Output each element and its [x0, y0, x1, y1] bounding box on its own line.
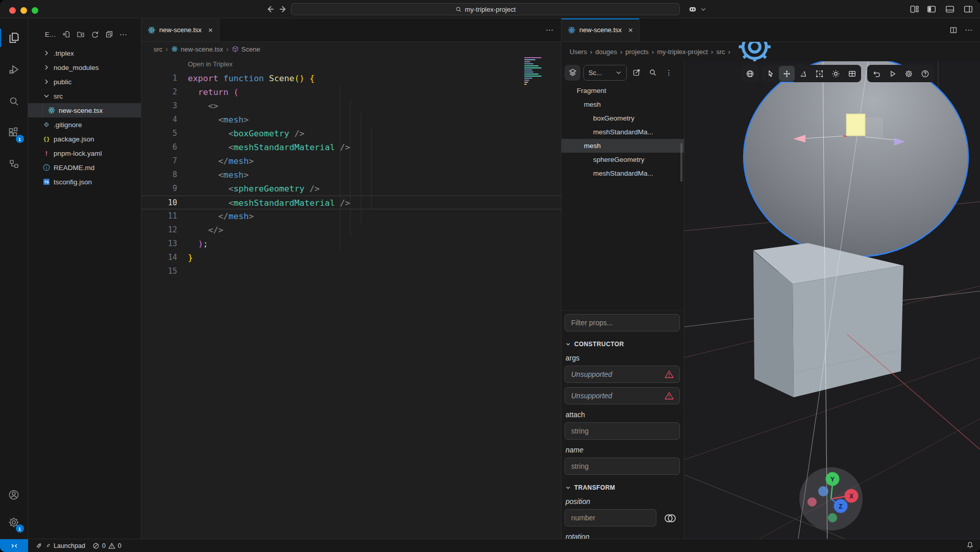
code-line-3[interactable]: 3 <>: [141, 99, 561, 113]
code-line-15[interactable]: 15: [141, 265, 561, 278]
code-line-9[interactable]: 9 <sphereGeometry />: [141, 182, 561, 196]
activity-item-run-debug[interactable]: [0, 57, 28, 82]
refresh-icon[interactable]: [91, 30, 99, 38]
file-tree-item-pnpm-lock.yaml[interactable]: !pnpm-lock.yaml: [28, 146, 141, 160]
breadcrumb-item-douges[interactable]: douges: [595, 48, 617, 56]
split-editor-icon[interactable]: [949, 26, 958, 34]
prop-input-position[interactable]: [565, 509, 656, 526]
copilot-icon[interactable]: [688, 5, 697, 14]
prop-input-args[interactable]: [565, 387, 680, 404]
filter-props-input[interactable]: [565, 314, 680, 331]
toggle-panel-icon[interactable]: [945, 5, 954, 14]
code-editor[interactable]: Open in Triplex 1export function Scene()…: [141, 56, 561, 539]
activity-item-accounts[interactable]: [0, 483, 28, 507]
file-tree-item-.triplex[interactable]: .triplex: [28, 46, 141, 60]
scene-tree-item-sphereGeometry[interactable]: sphereGeometry: [561, 153, 684, 166]
layers-button[interactable]: [565, 65, 580, 81]
code-line-5[interactable]: 5 <boxGeometry />: [141, 127, 561, 140]
activity-item-search[interactable]: [0, 89, 28, 113]
scene-select-dropdown[interactable]: Sc...: [583, 65, 627, 81]
code-line-8[interactable]: 8 <mesh>: [141, 168, 561, 182]
editor-more-actions-icon[interactable]: ⋯: [546, 26, 554, 35]
breadcrumb-item-projects[interactable]: projects: [625, 48, 649, 56]
launchpad-item[interactable]: Launchpad: [35, 542, 85, 549]
new-file-icon[interactable]: [62, 30, 70, 38]
file-tree-item-src[interactable]: src: [28, 89, 141, 103]
light-tool-button[interactable]: [828, 66, 844, 81]
chevron-down-icon[interactable]: [700, 5, 706, 14]
minimap[interactable]: [524, 57, 554, 85]
undo-button[interactable]: [868, 66, 884, 81]
file-tree-item-new-scene.tsx[interactable]: new-scene.tsx: [28, 103, 141, 117]
open-in-editor-icon[interactable]: [630, 66, 643, 79]
tab-new-scene[interactable]: new-scene.tsx ×: [141, 18, 219, 41]
collapse-all-icon[interactable]: [105, 30, 113, 38]
remote-indicator[interactable]: [0, 539, 28, 552]
triplex-tab-new-scene[interactable]: new-scene.tsx ×: [561, 18, 640, 41]
file-tree-item-.gitignore[interactable]: .gitignore: [28, 117, 141, 132]
command-center-search[interactable]: my-triplex-project: [291, 3, 680, 15]
traffic-light-minimize[interactable]: [20, 7, 27, 14]
scene-tree-item-mesh[interactable]: mesh: [561, 98, 684, 111]
activity-item-explorer[interactable]: [0, 26, 28, 50]
scene-tree-item-meshStandardMa...[interactable]: meshStandardMa...: [561, 125, 684, 139]
toggle-secondary-sidebar-icon[interactable]: [964, 5, 973, 14]
search-icon[interactable]: [646, 66, 659, 79]
code-line-10[interactable]: 10 <meshStandardMaterial />: [141, 196, 561, 209]
prop-input-attach[interactable]: [565, 422, 680, 440]
close-icon[interactable]: ×: [628, 26, 633, 34]
prop-input-name[interactable]: [565, 458, 680, 475]
kebab-menu-icon[interactable]: ⋮: [663, 66, 676, 79]
code-line-2[interactable]: 2 return (: [141, 85, 561, 99]
file-tree-item-tsconfig.json[interactable]: TStsconfig.json: [28, 175, 141, 189]
traffic-light-close[interactable]: [9, 7, 16, 14]
section-header-transform[interactable]: TRANSFORM: [566, 484, 680, 491]
transform-tool-button[interactable]: [812, 66, 827, 81]
breadcrumb-item-src[interactable]: src: [154, 45, 162, 53]
codelens-open-in-triplex[interactable]: Open in Triplex: [188, 56, 561, 71]
code-line-4[interactable]: 4 <mesh>: [141, 113, 561, 127]
prop-toggle[interactable]: [663, 513, 678, 522]
activity-item-settings[interactable]: 1: [0, 510, 28, 535]
new-folder-icon[interactable]: [77, 30, 85, 38]
scene-tree-item-Fragment[interactable]: Fragment: [561, 84, 684, 98]
rotate-tool-button[interactable]: [795, 66, 811, 81]
toggle-primary-sidebar-icon[interactable]: [927, 5, 936, 14]
prop-input-args[interactable]: [565, 366, 680, 383]
camera-panels-button[interactable]: [844, 66, 860, 81]
scene-tree-item-meshStandardMa...[interactable]: meshStandardMa...: [561, 166, 684, 180]
activity-item-hierarchy[interactable]: [0, 152, 28, 177]
code-line-12[interactable]: 12 </>: [141, 223, 561, 237]
triplex-more-actions-icon[interactable]: ⋯: [965, 26, 973, 35]
code-line-14[interactable]: 14}: [141, 251, 561, 265]
customize-layout-icon[interactable]: [910, 5, 919, 14]
file-tree-item-public[interactable]: public: [28, 75, 141, 89]
settings-button[interactable]: [901, 66, 917, 81]
code-line-13[interactable]: 13 );: [141, 237, 561, 251]
back-arrow-icon[interactable]: [265, 5, 275, 14]
select-tool-button[interactable]: [763, 66, 778, 81]
move-tool-button[interactable]: [779, 66, 795, 81]
notifications-bell[interactable]: [966, 541, 974, 550]
breadcrumb-item-Users[interactable]: Users: [570, 48, 587, 56]
traffic-light-zoom[interactable]: [32, 7, 38, 14]
play-button[interactable]: [885, 66, 900, 81]
scrollbar-thumb[interactable]: [680, 143, 682, 182]
activity-item-extensions[interactable]: 1: [0, 121, 28, 145]
code-line-11[interactable]: 11 </mesh>: [141, 209, 561, 223]
code-line-6[interactable]: 6 <meshStandardMaterial />: [141, 140, 561, 154]
breadcrumb-item-my-triplex-project[interactable]: my-triplex-project: [657, 48, 708, 56]
more-actions-icon[interactable]: ⋯: [119, 30, 128, 38]
globe-button[interactable]: [742, 66, 758, 81]
scene-tree-item-boxGeometry[interactable]: boxGeometry: [561, 111, 684, 125]
scene-tree-item-mesh[interactable]: mesh: [561, 139, 684, 153]
section-header-constructor[interactable]: CONSTRUCTOR: [566, 341, 680, 348]
file-tree-item-node_modules[interactable]: node_modules: [28, 60, 141, 75]
problems-item[interactable]: 0 0: [92, 542, 121, 549]
breadcrumb-item-Scene[interactable]: Scene: [232, 45, 260, 53]
3d-viewport[interactable]: Y X Z: [684, 61, 980, 539]
code-line-1[interactable]: 1export function Scene() {: [141, 71, 561, 85]
breadcrumb-item-src[interactable]: src: [716, 48, 725, 56]
close-icon[interactable]: ×: [208, 26, 213, 34]
forward-arrow-icon[interactable]: [279, 5, 288, 14]
